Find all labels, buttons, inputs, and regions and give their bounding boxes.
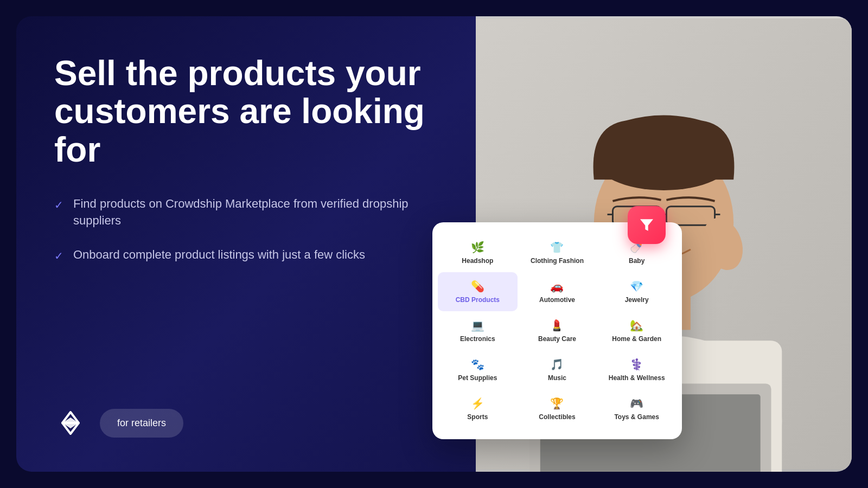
category-item-headshop[interactable]: 🌿Headshop — [438, 233, 518, 272]
bullet-list: ✓ Find products on Crowdship Marketplace… — [54, 196, 443, 264]
category-card: 🌿Headshop👕Clothing Fashion🍼Baby💊CBD Prod… — [432, 222, 682, 439]
music-label: Music — [548, 374, 566, 382]
music-icon: 🎵 — [550, 358, 564, 371]
toys-games-label: Toys & Games — [614, 413, 659, 421]
health-wellness-label: Health & Wellness — [609, 374, 665, 382]
category-item-toys-games[interactable]: 🎮Toys & Games — [597, 389, 676, 428]
main-container: Sell the products your customers are loo… — [16, 16, 852, 472]
left-panel: Sell the products your customers are loo… — [16, 16, 476, 472]
automotive-icon: 🚗 — [550, 280, 564, 293]
for-retailers-button[interactable]: for retailers — [100, 409, 183, 438]
home-garden-icon: 🏡 — [630, 319, 643, 332]
bullet-text-2: Onboard complete product listings with j… — [73, 247, 365, 264]
category-item-pet-supplies[interactable]: 🐾Pet Supplies — [438, 350, 518, 389]
filter-icon — [638, 216, 655, 234]
clothing-fashion-label: Clothing Fashion — [531, 257, 584, 265]
hero-title: Sell the products your customers are loo… — [54, 54, 443, 169]
collectibles-label: Collectibles — [539, 413, 575, 421]
baby-label: Baby — [629, 257, 644, 265]
toys-games-icon: 🎮 — [630, 397, 643, 410]
category-item-automotive[interactable]: 🚗Automotive — [518, 272, 597, 311]
pet-supplies-icon: 🐾 — [471, 358, 484, 371]
beauty-care-icon: 💄 — [550, 319, 564, 332]
check-icon-2: ✓ — [54, 248, 63, 264]
sports-icon: ⚡ — [471, 397, 484, 410]
health-wellness-icon: ⚕️ — [630, 358, 643, 371]
category-item-beauty-care[interactable]: 💄Beauty Care — [518, 311, 597, 350]
category-item-sports[interactable]: ⚡Sports — [438, 389, 518, 428]
jewelry-label: Jewelry — [625, 296, 649, 304]
category-grid: 🌿Headshop👕Clothing Fashion🍼Baby💊CBD Prod… — [438, 233, 676, 428]
home-garden-label: Home & Garden — [612, 335, 661, 343]
bullet-text-1: Find products on Crowdship Marketplace f… — [73, 196, 443, 229]
bullet-item-1: ✓ Find products on Crowdship Marketplace… — [54, 196, 443, 229]
electronics-icon: 💻 — [471, 319, 484, 332]
filter-badge[interactable] — [628, 206, 666, 244]
electronics-label: Electronics — [460, 335, 495, 343]
category-item-music[interactable]: 🎵Music — [518, 350, 597, 389]
clothing-fashion-icon: 👕 — [550, 241, 564, 254]
cbd-products-icon: 💊 — [471, 280, 484, 293]
sports-label: Sports — [467, 413, 488, 421]
check-icon-1: ✓ — [54, 197, 63, 213]
category-item-clothing-fashion[interactable]: 👕Clothing Fashion — [518, 233, 597, 272]
logo-icon — [54, 407, 87, 439]
automotive-label: Automotive — [539, 296, 575, 304]
category-item-cbd-products[interactable]: 💊CBD Products — [438, 272, 518, 311]
category-item-health-wellness[interactable]: ⚕️Health & Wellness — [597, 350, 676, 389]
jewelry-icon: 💎 — [630, 280, 643, 293]
category-item-home-garden[interactable]: 🏡Home & Garden — [597, 311, 676, 350]
category-item-jewelry[interactable]: 💎Jewelry — [597, 272, 676, 311]
headshop-icon: 🌿 — [471, 241, 484, 254]
pet-supplies-label: Pet Supplies — [458, 374, 497, 382]
right-panel: 🌿Headshop👕Clothing Fashion🍼Baby💊CBD Prod… — [476, 16, 852, 472]
beauty-care-label: Beauty Care — [538, 335, 576, 343]
category-item-electronics[interactable]: 💻Electronics — [438, 311, 518, 350]
bullet-item-2: ✓ Onboard complete product listings with… — [54, 247, 443, 264]
category-item-collectibles[interactable]: 🏆Collectibles — [518, 389, 597, 428]
collectibles-icon: 🏆 — [550, 397, 564, 410]
cbd-products-label: CBD Products — [456, 296, 500, 304]
bottom-bar: for retailers — [54, 407, 443, 439]
headshop-label: Headshop — [462, 257, 493, 265]
